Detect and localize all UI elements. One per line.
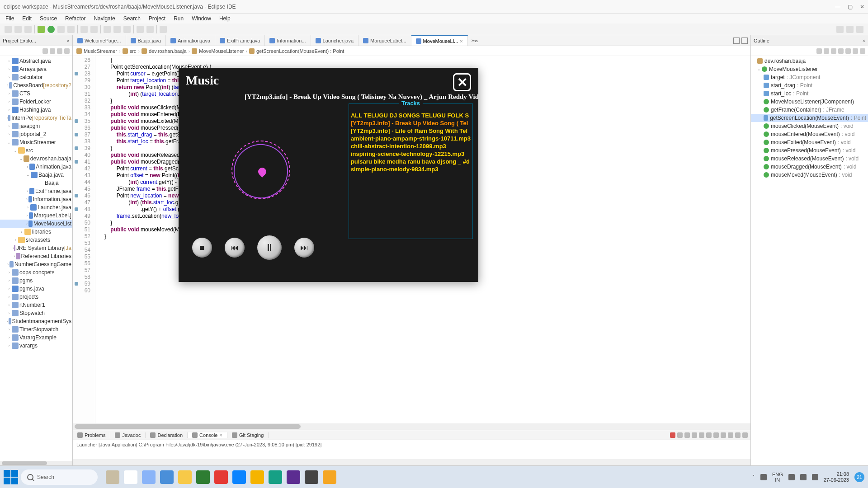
tree-item[interactable]: ›NumberGuessingGame [0,260,72,268]
taskbar-search[interactable]: Search [21,469,98,485]
tree-item[interactable]: ›ChessBoard [repository2 [0,81,72,89]
editor-tab[interactable]: Baaja.java [126,35,166,46]
outline-item[interactable]: mousePressed(MouseEvent): void [751,146,868,155]
outline-item[interactable]: start_loc: Point [751,89,868,98]
menu-run[interactable]: Run [174,15,184,22]
taskbar-app-icon[interactable] [323,470,336,484]
hide-nonpublic-icon[interactable] [838,48,844,54]
track-item[interactable]: [YT2mp3.info] - Break Up Video Song ( Te… [351,119,471,127]
focus-icon[interactable] [853,48,858,54]
bottom-tab-problems[interactable]: Problems [73,432,110,438]
breadcrumb-item[interactable]: dev.roshan.baaja [149,48,187,54]
taskbar-clock[interactable]: 21:08 27-06-2023 [824,471,849,483]
outline-item[interactable]: mouseReleased(MouseEvent): void [751,155,868,163]
outline-item[interactable]: mouseEntered(MouseEvent): void [751,130,868,138]
tree-item[interactable]: ›pgms [0,277,72,285]
hide-local-icon[interactable] [845,48,851,54]
tree-item[interactable]: ›VarargExample [0,333,72,342]
outline-tree[interactable]: dev.roshan.baaja⌄MoveMouseListenertarget… [751,56,868,465]
save-icon[interactable] [14,26,22,33]
tree-item[interactable]: ⌄Baaja.java [0,171,72,179]
tree-item[interactable]: ›ExitFrame.java [0,187,72,195]
taskbar-app-icon[interactable] [196,470,210,484]
outline-item[interactable]: target: JComponent [751,73,868,81]
console-tool-icon[interactable] [728,432,733,438]
tree-item[interactable]: ›javapgm [0,122,72,130]
language-indicator[interactable]: ENG [772,472,783,477]
start-button[interactable] [4,470,18,484]
menu-file[interactable]: File [5,15,14,22]
console-tool-icon[interactable] [684,432,690,438]
taskbar-app-icon[interactable] [124,470,137,484]
hide-static-icon[interactable] [831,48,836,54]
editor-tab[interactable]: WelcomePage... [73,35,126,46]
taskbar-app-icon[interactable] [160,470,174,484]
console-tool-icon[interactable] [706,432,712,438]
breadcrumb-item[interactable]: MusicStreamer [84,48,117,54]
minimize-button[interactable]: — [835,4,840,10]
menu-navigate[interactable]: Navigate [94,15,115,22]
menu-help[interactable]: Help [219,15,231,22]
close-icon[interactable]: × [219,432,222,438]
debug-icon[interactable] [38,26,45,33]
breadcrumb-item[interactable]: MoveMouseListener [199,48,244,54]
tree-item[interactable]: ›InternPe [repository TicTa [0,114,72,122]
bottom-tab-declaration[interactable]: Declaration [146,432,188,438]
console-tool-icon[interactable] [670,432,675,438]
console-tool-icon[interactable] [692,432,697,438]
tree-item[interactable]: ›JRE System Library [Ja [0,244,72,252]
tree-item[interactable]: ›oops concpets [0,268,72,277]
save-all-icon[interactable] [24,26,32,33]
editor-scrollbar[interactable] [73,423,750,430]
player-close-button[interactable]: ✕ [453,73,471,91]
menu-source[interactable]: Source [40,15,57,22]
taskbar-app-icon[interactable] [106,470,119,484]
outline-item[interactable]: mouseMoved(MouseEvent): void [751,171,868,179]
tree-item[interactable]: ›Hashing.java [0,106,72,114]
console-scrollbar[interactable] [73,459,750,465]
view-menu-icon[interactable] [64,48,70,54]
perspective-java-icon[interactable] [846,26,854,33]
editor-tab[interactable]: Animation.java [166,35,215,46]
run-icon[interactable] [47,26,55,33]
outline-item[interactable]: mouseDragged(MouseEvent): void [751,163,868,171]
filter-icon[interactable] [57,48,62,54]
pause-button[interactable]: ⏸ [257,235,282,260]
tree-item[interactable]: ⌄src [0,146,72,155]
outline-item[interactable]: MoveMouseListener(JComponent) [751,98,868,106]
sort-icon[interactable] [816,48,822,54]
annotation-icon[interactable] [123,26,131,33]
tree-item[interactable]: ›jobportal_2 [0,130,72,138]
link-editor-icon[interactable] [50,48,55,54]
track-item[interactable]: inspiring-science-technology-12215.mp3 [351,150,471,158]
open-type-icon[interactable] [104,26,111,33]
volume-icon[interactable] [800,474,807,480]
view-menu-icon[interactable] [860,48,865,54]
tree-item[interactable]: ›libraries [0,228,72,236]
console-tool-icon[interactable] [713,432,719,438]
tree-item[interactable]: ›TimerStopwatch [0,325,72,333]
new-class-icon[interactable] [90,26,98,33]
breadcrumb-item[interactable]: src [130,48,137,54]
tree-item[interactable]: ⌄MusicStreamer [0,138,72,146]
breadcrumb-item[interactable]: getScreenLocation(MouseEvent) : Point [256,48,344,54]
taskbar-app-icon[interactable] [142,470,156,484]
tree-item[interactable]: ›Referenced Libraries [0,252,72,260]
console-tool-icon[interactable] [677,432,683,438]
taskbar-app-icon[interactable] [269,470,282,484]
outline-item[interactable]: start_drag: Point [751,81,868,89]
tree-item[interactable]: ›StudentmanagementSys [0,317,72,325]
pin-icon[interactable] [160,26,167,33]
taskbar-app-icon[interactable] [287,470,300,484]
tree-item[interactable]: ›pgms.java [0,285,72,293]
close-icon[interactable]: × [460,38,462,44]
new-package-icon[interactable] [80,26,88,33]
bottom-tab-javadoc[interactable]: Javadoc [110,432,146,438]
tree-item[interactable]: Baaja [0,179,72,187]
tree-item[interactable]: ›calculator [0,73,72,81]
previous-button[interactable]: ⏮ [225,238,245,258]
console-tool-icon[interactable] [742,432,748,438]
wifi-icon[interactable] [788,474,795,480]
tree-item[interactable]: ›varargs [0,342,72,350]
breadcrumb[interactable]: MusicStreamer›src›dev.roshan.baaja›MoveM… [73,46,750,56]
